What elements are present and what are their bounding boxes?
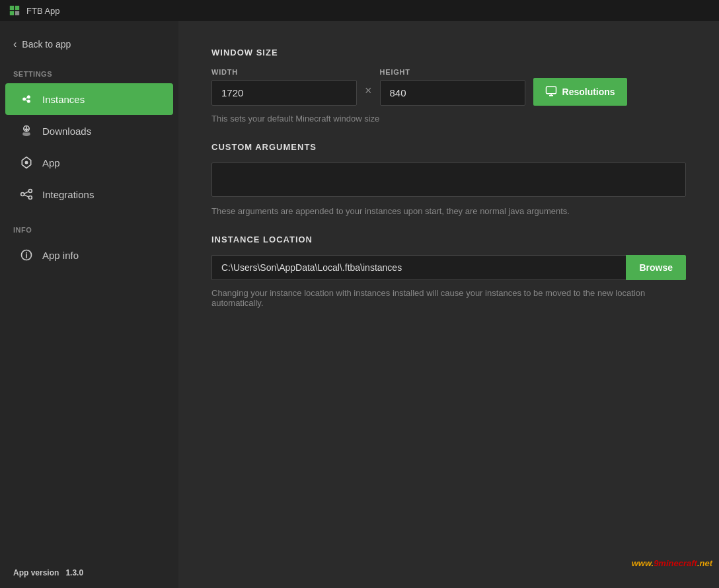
svg-point-13 [28,190,32,193]
sidebar-item-instances[interactable]: Instances [5,83,173,115]
width-input[interactable] [211,80,357,106]
svg-rect-3 [15,11,19,15]
svg-point-6 [27,100,30,103]
svg-point-5 [27,95,30,98]
window-size-hint: This sets your default Minecraft window … [211,114,686,124]
svg-line-15 [24,192,29,194]
instances-icon [19,91,34,107]
app-logo [8,4,21,17]
height-input[interactable] [380,80,525,106]
width-field-group: WIDTH [211,68,357,106]
svg-line-7 [26,98,28,98]
back-to-app-button[interactable]: ‹ Back to app [0,32,178,57]
downloads-label: Downloads [42,126,91,137]
monitor-icon [545,85,557,99]
height-field-group: HEIGHT [380,68,525,106]
title-bar-title: FTB App [26,6,60,16]
back-arrow-icon: ‹ [13,38,17,50]
sidebar-item-app[interactable]: App [5,147,173,178]
resolutions-label: Resolutions [562,87,615,97]
sidebar-item-downloads[interactable]: Downloads [5,115,173,147]
app-label: App [42,157,60,168]
app-info-label: App info [42,250,79,261]
instances-label: Instances [42,94,85,105]
svg-rect-1 [15,6,19,10]
svg-rect-2 [10,11,14,15]
height-label: HEIGHT [380,68,525,76]
location-input[interactable] [211,255,626,280]
app-icon [19,155,34,170]
size-separator: × [365,84,372,106]
svg-rect-0 [10,6,14,10]
instance-location-hint: Changing your instance location with ins… [211,288,686,308]
width-label: WIDTH [211,68,357,76]
integrations-label: Integrations [42,189,94,200]
title-bar: FTB App [0,0,719,21]
version-label: App version [13,568,59,577]
custom-args-hint: These arguments are appended to your ins… [211,206,686,216]
window-size-row: WIDTH × HEIGHT Res [211,68,686,106]
version-value: 1.3.0 [65,568,83,577]
info-icon [19,247,34,263]
window-size-title: WINDOW SIZE [211,48,686,57]
settings-section-label: Settings [0,67,178,83]
svg-point-4 [22,98,26,101]
svg-point-14 [28,196,32,200]
instance-location-title: INSTANCE LOCATION [211,235,686,244]
svg-line-8 [26,100,28,100]
custom-args-title: CUSTOM ARGUMENTS [211,142,686,152]
resolutions-button[interactable]: Resolutions [533,78,627,106]
window-size-section: WINDOW SIZE WIDTH × HEIGHT [211,48,686,124]
content-area: WINDOW SIZE WIDTH × HEIGHT [178,21,719,588]
svg-rect-20 [546,87,556,94]
sidebar-item-app-info[interactable]: App info [5,239,173,271]
location-row: Browse [211,255,686,280]
watermark: www.9minecraft.net [632,558,712,568]
downloads-icon [19,123,34,139]
instance-location-section: INSTANCE LOCATION Browse Changing your i… [211,235,686,308]
sidebar-footer: App version 1.3.0 [0,558,178,588]
sidebar-item-integrations[interactable]: Integrations [5,178,173,210]
custom-arguments-section: CUSTOM ARGUMENTS These arguments are app… [211,142,686,216]
svg-line-16 [24,195,29,197]
back-to-app-label: Back to app [22,39,71,50]
svg-point-11 [25,161,28,165]
sidebar: ‹ Back to app Settings Instances [0,21,178,588]
svg-point-12 [21,193,24,196]
integrations-icon [19,186,34,202]
custom-args-input[interactable] [211,163,686,197]
browse-button[interactable]: Browse [626,255,686,280]
info-section-label: Info [0,223,178,239]
